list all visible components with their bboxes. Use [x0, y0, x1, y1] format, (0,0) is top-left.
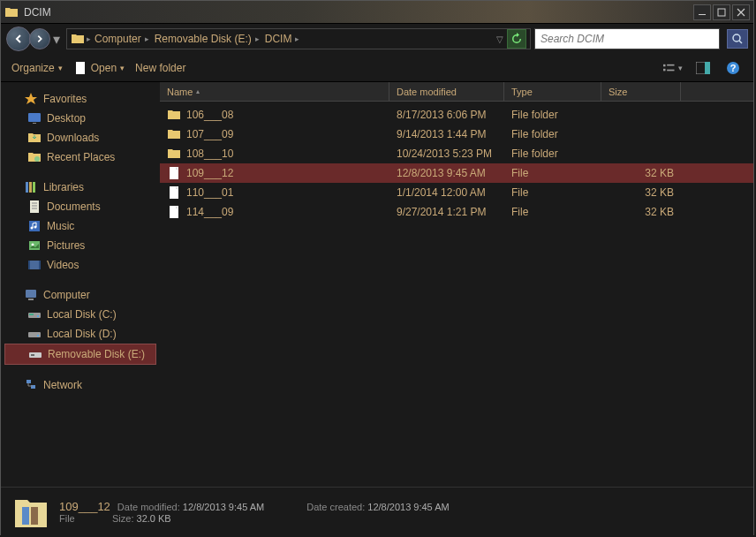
- details-name: 109___12: [59, 500, 110, 513]
- removable-drive-icon: [28, 347, 42, 361]
- minimize-button[interactable]: [693, 4, 711, 20]
- svg-rect-40: [22, 507, 29, 525]
- drive-icon: [27, 307, 42, 321]
- svg-rect-15: [29, 182, 32, 193]
- sidebar-libraries[interactable]: Libraries: [1, 178, 160, 197]
- computer-icon: [24, 288, 38, 302]
- sidebar-computer[interactable]: Computer: [1, 285, 160, 305]
- svg-rect-12: [33, 123, 36, 124]
- svg-rect-5: [667, 64, 674, 65]
- column-size[interactable]: Size: [601, 82, 681, 101]
- sidebar-network[interactable]: Network: [1, 375, 160, 395]
- history-dropdown[interactable]: ▾: [50, 31, 63, 48]
- recent-icon: [27, 150, 42, 164]
- column-type[interactable]: Type: [504, 82, 601, 101]
- star-icon: [24, 92, 38, 106]
- file-row[interactable]: 107___099/14/2013 1:44 PMFile folder: [160, 125, 753, 144]
- sidebar-item-pictures[interactable]: Pictures: [1, 236, 160, 255]
- new-folder-button[interactable]: New folder: [135, 62, 185, 74]
- svg-point-1: [733, 34, 740, 42]
- breadcrumb-segment[interactable]: Removable Disk (E:)▸: [153, 33, 261, 45]
- network-icon: [24, 378, 38, 392]
- sidebar-item-desktop[interactable]: Desktop: [1, 109, 160, 128]
- file-list-body: 106___088/17/2013 6:06 PMFile folder107_…: [160, 102, 753, 222]
- search-input[interactable]: [535, 33, 719, 45]
- file-icon: [167, 205, 181, 219]
- column-extra[interactable]: [681, 82, 753, 101]
- svg-rect-2: [76, 62, 85, 74]
- sidebar-item-recent[interactable]: Recent Places: [1, 147, 160, 167]
- back-button[interactable]: [6, 26, 31, 51]
- svg-rect-26: [26, 290, 36, 298]
- folder-icon: [167, 108, 181, 122]
- breadcrumb-segment[interactable]: Computer▸: [93, 33, 151, 45]
- libraries-icon: [24, 180, 38, 194]
- svg-rect-34: [31, 354, 34, 356]
- preview-pane-button[interactable]: [693, 58, 713, 78]
- nav-arrows: ▾: [6, 26, 63, 51]
- address-bar[interactable]: ▸ Computer▸ Removable Disk (E:)▸ DCIM▸ ▽: [66, 28, 531, 49]
- svg-rect-8: [705, 62, 710, 74]
- column-name[interactable]: Name▴: [160, 82, 389, 101]
- drive-icon: [27, 327, 42, 341]
- file-row[interactable]: 110___011/1/2014 12:00 AMFile32 KB: [160, 183, 753, 202]
- nav-bar: ▾ ▸ Computer▸ Removable Disk (E:)▸ DCIM▸…: [1, 24, 753, 54]
- sidebar-item-disk-d[interactable]: Local Disk (D:): [1, 324, 160, 344]
- search-button[interactable]: [727, 29, 748, 49]
- help-button[interactable]: ?: [723, 58, 743, 78]
- details-pane: 109___12 Date modified: 12/8/2013 9:45 A…: [1, 487, 753, 536]
- svg-point-20: [34, 226, 37, 229]
- close-button[interactable]: [732, 4, 750, 20]
- file-icon: [167, 185, 181, 200]
- toolbar: Organize▾ Open▾ New folder ▾ ?: [1, 54, 753, 82]
- file-row[interactable]: 109___1212/8/2013 9:45 AMFile32 KB: [160, 163, 753, 183]
- file-row[interactable]: 106___088/17/2013 6:06 PMFile folder: [160, 105, 753, 125]
- search-box[interactable]: [534, 28, 720, 49]
- chevron-right-icon: ▸: [87, 34, 91, 43]
- sidebar-item-videos[interactable]: Videos: [1, 255, 160, 275]
- refresh-button[interactable]: [507, 29, 526, 49]
- file-icon: [73, 61, 87, 75]
- organize-menu[interactable]: Organize▾: [11, 62, 63, 74]
- details-type: File: [59, 513, 105, 524]
- svg-point-30: [37, 315, 39, 317]
- folder-icon: [167, 127, 181, 141]
- open-button[interactable]: Open▾: [73, 61, 125, 75]
- forward-button[interactable]: [29, 28, 50, 49]
- content-area: Favorites Desktop Downloads Recent Place…: [1, 82, 753, 487]
- window-title: DCIM: [24, 6, 693, 19]
- svg-rect-16: [33, 182, 35, 193]
- svg-rect-3: [663, 64, 666, 66]
- svg-rect-25: [39, 261, 41, 269]
- svg-rect-29: [29, 314, 34, 315]
- svg-rect-27: [28, 299, 34, 300]
- downloads-icon: [27, 131, 42, 145]
- chevron-down-icon[interactable]: ▽: [496, 34, 503, 44]
- sidebar-item-music[interactable]: Music: [1, 216, 160, 236]
- breadcrumb-segment[interactable]: DCIM▸: [263, 33, 302, 45]
- music-icon: [27, 219, 42, 233]
- svg-point-32: [37, 335, 39, 337]
- svg-point-13: [34, 156, 40, 162]
- videos-icon: [27, 258, 42, 272]
- maximize-button[interactable]: [713, 4, 730, 20]
- svg-rect-23: [28, 261, 41, 269]
- file-thumbnail-icon: [11, 493, 50, 532]
- documents-icon: [27, 200, 42, 214]
- file-row[interactable]: 114___099/27/2014 1:21 PMFile32 KB: [160, 202, 753, 222]
- svg-text:?: ?: [730, 63, 737, 73]
- file-row[interactable]: 108___1010/24/2013 5:23 PMFile folder: [160, 144, 753, 163]
- sidebar-item-removable-e[interactable]: Removable Disk (E:): [4, 344, 156, 365]
- sort-asc-icon: ▴: [196, 87, 200, 95]
- sidebar-item-downloads[interactable]: Downloads: [1, 128, 160, 147]
- window-controls: [693, 4, 750, 20]
- pictures-icon: [27, 238, 42, 253]
- sidebar-favorites[interactable]: Favorites: [1, 89, 160, 109]
- sidebar-item-documents[interactable]: Documents: [1, 197, 160, 216]
- explorer-window: DCIM ▾ ▸ Computer▸ Removable Disk (E:)▸ …: [0, 0, 754, 535]
- sidebar-item-disk-c[interactable]: Local Disk (C:): [1, 305, 160, 324]
- desktop-icon: [27, 111, 42, 125]
- column-date[interactable]: Date modified: [389, 82, 504, 101]
- svg-rect-31: [28, 332, 41, 337]
- view-options-button[interactable]: ▾: [663, 58, 683, 78]
